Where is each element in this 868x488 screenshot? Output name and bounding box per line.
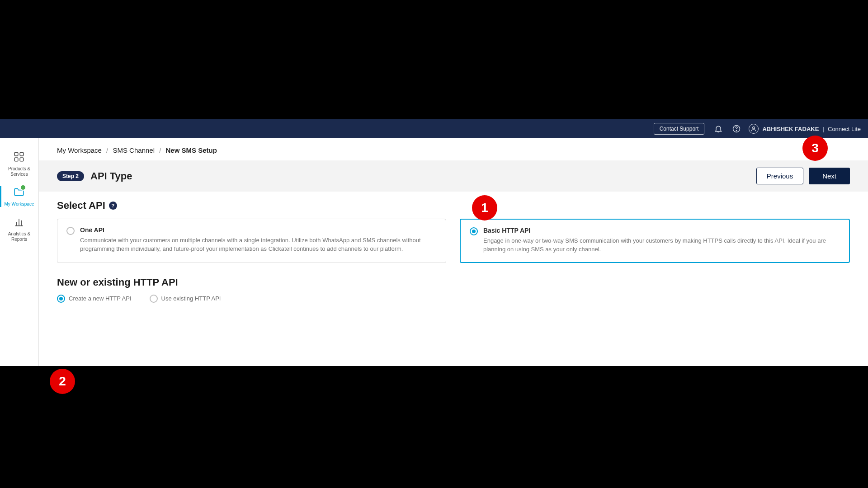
tooltip-button[interactable]: ? <box>109 202 117 210</box>
svg-rect-8 <box>20 158 24 161</box>
card-description: Engage in one-way or two-way SMS communi… <box>483 237 840 254</box>
brand-logo[interactable] <box>7 121 23 136</box>
step-pill: Step 2 <box>57 171 84 181</box>
api-cards: One API Communicate with your customers … <box>57 219 850 263</box>
svg-rect-7 <box>14 158 18 161</box>
breadcrumb: My Workspace / SMS Channel / New SMS Set… <box>39 138 868 160</box>
main-content: My Workspace / SMS Channel / New SMS Set… <box>39 138 868 366</box>
username-label: ABHISHEK FADAKE <box>762 126 819 132</box>
sidebar-item-products[interactable]: Products & Services <box>0 146 38 182</box>
bell-icon <box>714 124 723 133</box>
radio-label: Use existing HTTP API <box>161 295 221 302</box>
avatar-icon <box>749 124 759 134</box>
question-icon: ? <box>111 203 114 208</box>
content-area: Select API ? One API Communicate with yo… <box>39 192 868 311</box>
svg-rect-6 <box>20 152 24 156</box>
plan-label: Connect Lite <box>828 126 861 132</box>
sidebar: Products & Services My Workspace Analyti… <box>0 138 39 366</box>
radio-icon <box>66 227 75 235</box>
card-title: One API <box>80 226 437 234</box>
help-button[interactable] <box>731 123 742 135</box>
step-bar: Step 2 API Type Previous Next <box>39 160 868 192</box>
radio-create-new-http[interactable]: Create a new HTTP API <box>57 295 132 303</box>
section-heading-http-choice: New or existing HTTP API <box>57 277 850 288</box>
section-heading-label: Select API <box>57 200 105 211</box>
previous-button[interactable]: Previous <box>756 168 803 184</box>
radio-label: Create a new HTTP API <box>69 295 132 302</box>
chart-icon <box>13 216 26 229</box>
svg-rect-5 <box>14 152 18 156</box>
breadcrumb-sep: / <box>159 146 161 154</box>
card-title: Basic HTTP API <box>483 227 840 234</box>
svg-point-4 <box>753 127 755 129</box>
badge-icon <box>20 184 26 191</box>
radio-use-existing-http[interactable]: Use existing HTTP API <box>150 295 221 303</box>
sidebar-item-label: My Workspace <box>5 202 34 207</box>
sidebar-item-label: Analytics & Reports <box>2 231 37 242</box>
grid-icon <box>13 151 26 164</box>
topbar: Contact Support <box>0 119 868 138</box>
radio-icon <box>150 295 158 303</box>
folder-icon <box>13 186 26 199</box>
radio-icon <box>470 227 478 235</box>
api-card-basic-http[interactable]: Basic HTTP API Engage in one-way or two-… <box>460 219 850 263</box>
breadcrumb-link-workspace[interactable]: My Workspace <box>57 146 102 154</box>
card-description: Communicate with your customers on multi… <box>80 236 437 253</box>
letterbox-bottom <box>0 366 868 488</box>
http-choice-row: Create a new HTTP API Use existing HTTP … <box>57 295 850 303</box>
api-card-one-api[interactable]: One API Communicate with your customers … <box>57 219 446 263</box>
sidebar-item-label: Products & Services <box>2 166 37 177</box>
user-menu[interactable]: ABHISHEK FADAKE | Connect Lite <box>749 124 861 134</box>
sidebar-item-workspace[interactable]: My Workspace <box>0 182 38 211</box>
breadcrumb-sep: / <box>106 146 108 154</box>
sidebar-item-analytics[interactable]: Analytics & Reports <box>0 211 38 247</box>
page-title: API Type <box>90 170 756 182</box>
breadcrumb-link-sms-channel[interactable]: SMS Channel <box>113 146 155 154</box>
svg-point-3 <box>736 131 737 131</box>
contact-support-button[interactable]: Contact Support <box>654 123 705 135</box>
section-heading-select-api: Select API ? <box>57 200 850 211</box>
help-icon <box>732 124 741 133</box>
user-divider: | <box>822 126 824 132</box>
app-window: Contact Support <box>0 119 868 366</box>
next-button[interactable]: Next <box>809 168 850 184</box>
notifications-button[interactable] <box>712 123 724 135</box>
radio-icon <box>57 295 65 303</box>
breadcrumb-current: New SMS Setup <box>166 146 217 154</box>
letterbox-top <box>0 0 868 119</box>
